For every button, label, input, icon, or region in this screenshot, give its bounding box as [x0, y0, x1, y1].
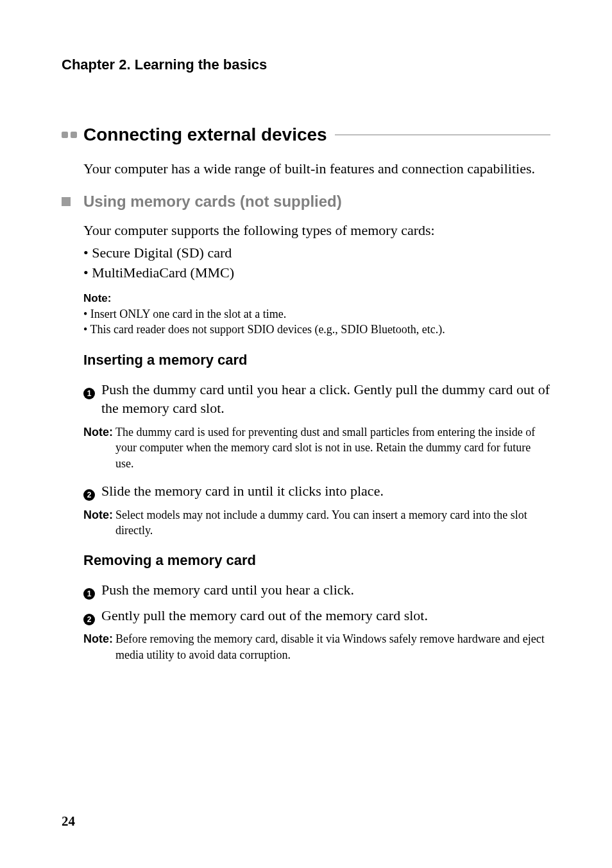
note-list: Insert ONLY one card in the slot at a ti…: [83, 306, 550, 338]
step-row: 2 Gently pull the memory card out of the…: [83, 606, 550, 625]
note-label: Note:: [83, 507, 115, 539]
step-number-icon: 2: [83, 482, 101, 501]
page-number: 24: [62, 813, 75, 829]
note-text: Before removing the memory card, disable…: [115, 631, 550, 663]
circled-number-icon: 1: [83, 388, 95, 399]
section-rule-line: [335, 134, 550, 135]
step-text: Slide the memory card in until it clicks…: [101, 482, 550, 501]
section-bullets-icon: [62, 132, 77, 138]
subsection-title: Using memory cards (not supplied): [83, 193, 342, 211]
square-icon: [71, 132, 77, 138]
note-label: Note:: [83, 292, 550, 305]
page-container: Chapter 2. Learning the basics Connectin…: [0, 0, 612, 868]
subsection-heading-row: Using memory cards (not supplied): [62, 193, 550, 211]
square-icon: [62, 197, 71, 206]
note-block: Note: Insert ONLY one card in the slot a…: [83, 292, 550, 338]
step-text: Gently pull the memory card out of the m…: [101, 606, 550, 625]
note-text: Select models may not include a dummy ca…: [115, 507, 550, 539]
memory-intro-text: Your computer supports the following typ…: [83, 221, 550, 240]
chapter-header: Chapter 2. Learning the basics: [62, 56, 550, 73]
memory-card-list: Secure Digital (SD) card MultiMediaCard …: [83, 243, 550, 283]
step-row: 1 Push the memory card until you hear a …: [83, 580, 550, 600]
note-label: Note:: [83, 631, 115, 663]
list-item: Secure Digital (SD) card: [83, 243, 550, 263]
inserting-heading: Inserting a memory card: [83, 352, 550, 369]
section-heading-row: Connecting external devices: [62, 125, 550, 145]
step-text: Push the dummy card until you hear a cli…: [101, 380, 550, 418]
step-row: 2 Slide the memory card in until it clic…: [83, 482, 550, 501]
section-title: Connecting external devices: [83, 125, 327, 145]
step-text: Push the memory card until you hear a cl…: [101, 580, 550, 600]
step-number-icon: 2: [83, 606, 101, 625]
circled-number-icon: 1: [83, 588, 95, 600]
note-text: The dummy card is used for preventing du…: [115, 424, 550, 471]
removing-heading: Removing a memory card: [83, 552, 550, 569]
inline-note: Note: Select models may not include a du…: [83, 507, 550, 539]
list-item: Insert ONLY one card in the slot at a ti…: [83, 306, 550, 322]
list-item: This card reader does not support SDIO d…: [83, 322, 550, 337]
inline-note: Note: Before removing the memory card, d…: [83, 631, 550, 663]
section-intro: Your computer has a wide range of built-…: [83, 159, 550, 178]
step-row: 1 Push the dummy card until you hear a c…: [83, 380, 550, 418]
step-number-icon: 1: [83, 580, 101, 600]
inline-note: Note: The dummy card is used for prevent…: [83, 424, 550, 471]
step-number-icon: 1: [83, 380, 101, 418]
circled-number-icon: 2: [83, 489, 95, 501]
square-icon: [62, 132, 68, 138]
circled-number-icon: 2: [83, 614, 95, 625]
note-label: Note:: [83, 424, 115, 471]
list-item: MultiMediaCard (MMC): [83, 263, 550, 283]
